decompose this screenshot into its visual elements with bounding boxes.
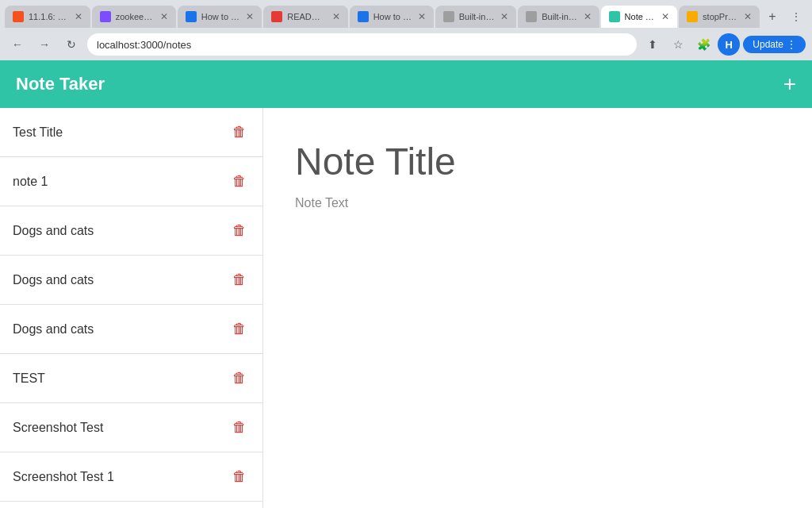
forward-button[interactable]: →	[33, 33, 56, 56]
bookmark-icon[interactable]: ☆	[667, 33, 689, 56]
address-bar-row: ← → ↻ localhost:3000/notes ⬆ ☆ 🧩 H Updat…	[0, 29, 812, 60]
note-item-title: Test Title	[13, 125, 63, 140]
tab-label: Built-in He...	[542, 12, 578, 21]
tab-label: Note Taker	[625, 12, 657, 21]
update-button[interactable]: Update ⋮	[743, 36, 806, 53]
tab-label: stopPropa...	[703, 12, 739, 21]
tab-close-icon[interactable]: ✕	[584, 11, 592, 22]
tab-label: 11.1.6: Dep...	[29, 12, 70, 21]
note-list-item[interactable]: Test Title 🗑	[0, 108, 262, 157]
note-detail: Note Title Note Text	[263, 108, 812, 508]
tab-favicon	[526, 11, 537, 22]
note-list-item[interactable]: note 1 🗑	[0, 157, 262, 206]
browser-tab-tab-8[interactable]: Note Taker ✕	[601, 6, 677, 28]
tab-favicon	[687, 11, 698, 22]
app-header: Note Taker +	[0, 60, 812, 108]
browser-tab-tab-1[interactable]: 11.1.6: Dep... ✕	[5, 6, 90, 28]
tab-favicon	[443, 11, 454, 22]
note-item-title: TEST	[13, 371, 45, 386]
tab-bar: 11.1.6: Dep... ✕ zookeeper-... ✕ How to …	[0, 0, 812, 29]
delete-note-button[interactable]: 🗑	[229, 122, 250, 142]
extensions-icon[interactable]: 🧩	[692, 33, 714, 56]
browser-tab-tab-9[interactable]: stopPropa... ✕	[679, 6, 760, 28]
delete-note-button[interactable]: 🗑	[229, 319, 250, 339]
reload-button[interactable]: ↻	[60, 33, 82, 56]
back-button[interactable]: ←	[6, 33, 29, 56]
tab-close-icon[interactable]: ✕	[744, 11, 752, 22]
tab-menu-button[interactable]: ⋮	[785, 6, 807, 28]
note-list-item[interactable]: Screenshot Test 🗑	[0, 403, 262, 452]
tab-close-icon[interactable]: ✕	[246, 11, 254, 22]
note-list-item[interactable]: Dogs and cats 🗑	[0, 305, 262, 354]
delete-note-button[interactable]: 🗑	[229, 368, 250, 388]
tab-close-icon[interactable]: ✕	[500, 11, 508, 22]
add-note-button[interactable]: +	[783, 73, 796, 95]
tab-label: How to Sav...	[201, 12, 241, 21]
tab-label: zookeeper-...	[116, 12, 155, 21]
tab-favicon	[358, 11, 369, 22]
tab-favicon	[13, 11, 24, 22]
note-list-item[interactable]: Screenshot Test 1 🗑	[0, 452, 262, 502]
note-item-title: note 1	[13, 175, 48, 189]
browser-tab-tab-7[interactable]: Built-in He... ✕	[518, 6, 599, 28]
avatar[interactable]: H	[718, 33, 740, 56]
toolbar-icons: ⬆ ☆ 🧩 H Update ⋮	[642, 33, 806, 56]
note-item-title: Dogs and cats	[13, 273, 94, 287]
browser-tab-tab-3[interactable]: How to Sav... ✕	[178, 6, 262, 28]
url-text: localhost:3000/notes	[97, 39, 191, 51]
browser-tab-tab-2[interactable]: zookeeper-... ✕	[92, 6, 176, 28]
note-item-title: Screenshot Test	[13, 421, 103, 435]
note-detail-title: Note Title	[295, 140, 780, 183]
browser-tab-tab-6[interactable]: Built-in He... ✕	[435, 6, 516, 28]
note-item-title: Dogs and cats	[13, 322, 94, 337]
address-bar[interactable]: localhost:3000/notes	[87, 33, 637, 56]
delete-note-button[interactable]: 🗑	[229, 270, 250, 290]
tab-favicon	[186, 11, 197, 22]
note-list-item[interactable]: Dogs and cats 🗑	[0, 256, 262, 305]
tab-close-icon[interactable]: ✕	[160, 11, 168, 22]
tab-favicon	[100, 11, 111, 22]
browser-tab-tab-5[interactable]: How to eas... ✕	[350, 6, 434, 28]
app: Note Taker + Test Title 🗑 note 1 🗑 Dogs …	[0, 60, 812, 508]
note-item-title: Dogs and cats	[13, 224, 94, 238]
tab-close-icon[interactable]: ✕	[332, 11, 340, 22]
tab-label: Built-in He...	[459, 12, 496, 21]
tab-label: README T...	[287, 12, 327, 21]
browser-chrome: 11.1.6: Dep... ✕ zookeeper-... ✕ How to …	[0, 0, 812, 60]
tab-close-icon[interactable]: ✕	[661, 11, 669, 22]
app-title: Note Taker	[16, 74, 105, 94]
note-detail-text: Note Text	[295, 196, 780, 210]
delete-note-button[interactable]: 🗑	[229, 221, 250, 241]
note-list-item[interactable]: Dogs and cats 🗑	[0, 206, 262, 256]
new-tab-button[interactable]: +	[761, 6, 783, 28]
delete-note-button[interactable]: 🗑	[229, 171, 250, 191]
tab-close-icon[interactable]: ✕	[418, 11, 426, 22]
delete-note-button[interactable]: 🗑	[229, 418, 250, 437]
notes-sidebar: Test Title 🗑 note 1 🗑 Dogs and cats 🗑 Do…	[0, 108, 263, 508]
share-icon[interactable]: ⬆	[642, 33, 664, 56]
tab-favicon	[271, 11, 282, 22]
note-list-item[interactable]: TEST 🗑	[0, 354, 262, 403]
browser-tab-tab-4[interactable]: README T... ✕	[263, 6, 347, 28]
tab-close-icon[interactable]: ✕	[75, 11, 82, 22]
note-item-title: Screenshot Test 1	[13, 470, 114, 484]
tab-label: How to eas...	[373, 12, 413, 21]
app-body: Test Title 🗑 note 1 🗑 Dogs and cats 🗑 Do…	[0, 108, 812, 508]
tab-favicon	[609, 11, 620, 22]
delete-note-button[interactable]: 🗑	[229, 467, 250, 487]
